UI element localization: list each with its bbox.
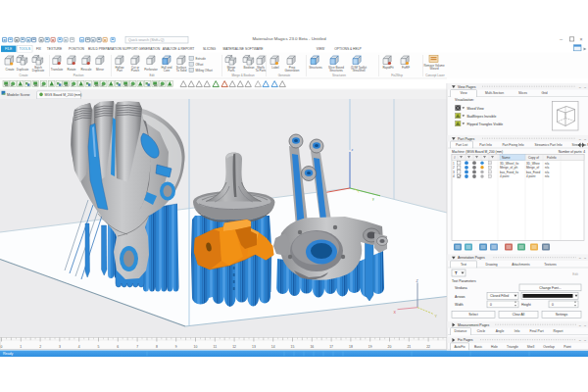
svg-text:Part Fixing Info: Part Fixing Info <box>502 143 523 147</box>
svg-text:4 point: 4 point <box>500 174 509 178</box>
svg-text:Report: Report <box>554 329 564 333</box>
svg-text:Multi-Section: Multi-Section <box>485 91 504 95</box>
svg-text:Position: Position <box>74 74 84 77</box>
svg-text:Core: Core <box>164 69 171 73</box>
svg-text:Structures: Structures <box>329 69 343 73</box>
svg-text:←: ← <box>578 323 581 327</box>
svg-text:n/a: n/a <box>545 162 550 166</box>
svg-text:Concept Laser: Concept Laser <box>425 74 445 77</box>
svg-text:Closed Filled: Closed Filled <box>490 294 509 298</box>
svg-text:TetraShell: TetraShell <box>352 69 366 73</box>
svg-text:FILE: FILE <box>5 47 13 51</box>
svg-text:3D_Wheel_fix: 3D_Wheel_fix <box>500 162 519 166</box>
svg-text:#: # <box>454 156 456 160</box>
svg-text:Info: Info <box>514 329 520 333</box>
svg-text:View Pages: View Pages <box>458 85 476 89</box>
svg-text:→: → <box>583 85 586 89</box>
svg-text:2: 2 <box>39 345 41 349</box>
svg-text:3D_Whee: 3D_Whee <box>526 162 540 166</box>
svg-text:0: 0 <box>1 345 3 349</box>
svg-text:1: 1 <box>20 345 22 349</box>
svg-text:Rescale: Rescale <box>81 68 92 72</box>
svg-text:→: → <box>583 338 586 342</box>
svg-text:Generate: Generate <box>278 74 291 77</box>
svg-text:Duplicate: Duplicate <box>32 69 45 73</box>
svg-text:1: 1 <box>453 162 455 166</box>
svg-text:Edit: Edit <box>572 272 578 276</box>
svg-text:Flipped Triangles Visible: Flipped Triangles Visible <box>467 122 504 126</box>
svg-text:Duplicate: Duplicate <box>17 68 29 72</box>
svg-text:Attachments: Attachments <box>512 263 530 267</box>
svg-text:n/a: n/a <box>545 166 550 170</box>
svg-text:SLICING: SLICING <box>203 47 217 51</box>
svg-text:Overlap: Overlap <box>543 345 555 349</box>
svg-text:Select: Select <box>468 313 477 317</box>
svg-text:z: z <box>352 148 354 152</box>
svg-text:0: 0 <box>552 303 554 307</box>
svg-text:Visualization:: Visualization: <box>455 98 474 102</box>
svg-text:Milling Offset: Milling Offset <box>196 69 213 73</box>
svg-text:2: 2 <box>453 166 455 170</box>
svg-text:Create: Create <box>5 68 14 72</box>
svg-text:Rotate: Rotate <box>68 68 76 72</box>
svg-text:12: 12 <box>232 345 236 349</box>
svg-text:Fix Pages: Fix Pages <box>458 338 473 342</box>
svg-text:Merge & Boolean: Merge & Boolean <box>231 74 255 77</box>
svg-text:Fix2Ship: Fix2Ship <box>391 74 403 77</box>
svg-text:MATERIALISE SOFTWARE: MATERIALISE SOFTWARE <box>222 47 264 51</box>
svg-text:FIX: FIX <box>36 47 42 51</box>
svg-text:Merge_of_ph: Merge_of_ph <box>500 166 518 170</box>
svg-text:3: 3 <box>453 171 455 174</box>
svg-text:Perforator: Perforator <box>144 68 157 72</box>
svg-text:Settings: Settings <box>556 313 568 317</box>
svg-text:Circle: Circle <box>477 329 486 333</box>
svg-text:Height: Height <box>521 303 531 307</box>
svg-text:Generation: Generation <box>285 69 300 73</box>
svg-text:←: ← <box>578 137 581 141</box>
svg-text:7: 7 <box>136 345 138 349</box>
svg-text:Name: Name <box>502 156 511 160</box>
svg-text:→: → <box>583 137 586 141</box>
svg-text:←: ← <box>578 85 581 89</box>
svg-text:bas_Fixed: bas_Fixed <box>526 171 541 174</box>
svg-text:Triangle: Triangle <box>507 345 518 349</box>
svg-text:Part Info: Part Info <box>479 143 492 147</box>
svg-text:Verdana: Verdana <box>455 286 467 290</box>
svg-text:Drawing: Drawing <box>485 263 497 267</box>
svg-text:POSITION: POSITION <box>69 47 84 51</box>
svg-text:→: → <box>583 323 586 327</box>
svg-text:ANALYZE & REPORT: ANALYZE & REPORT <box>163 47 195 51</box>
svg-text:To Solid: To Solid <box>176 69 187 73</box>
svg-text:8: 8 <box>156 345 158 349</box>
svg-text:Structuren: Structuren <box>332 74 346 77</box>
svg-text:Boolean: Boolean <box>243 66 254 70</box>
svg-text:Mixed View: Mixed View <box>467 107 485 111</box>
svg-text:6: 6 <box>117 345 119 349</box>
svg-text:Measurement Pages: Measurement Pages <box>458 323 490 327</box>
svg-text:Copy of: Copy of <box>528 156 539 160</box>
svg-text:Materialise Magics 23.0 Beta -: Materialise Magics 23.0 Beta - Untitled <box>252 36 326 41</box>
svg-text:Parts: Parts <box>227 69 235 73</box>
svg-text:9: 9 <box>175 345 177 349</box>
svg-text:Translate: Translate <box>51 68 64 72</box>
svg-text:Offset: Offset <box>196 63 204 67</box>
svg-text:Basic: Basic <box>474 345 482 349</box>
svg-text:VIEW: VIEW <box>317 47 325 51</box>
svg-text:18: 18 <box>349 345 353 349</box>
svg-text:×: × <box>580 36 583 42</box>
svg-text:Structures: Structures <box>309 66 322 70</box>
svg-text:22: 22 <box>426 345 430 349</box>
svg-text:Angle: Angle <box>496 329 505 333</box>
svg-text:Quick search (Shift+Q): Quick search (Shift+Q) <box>128 38 164 42</box>
svg-text:4: 4 <box>453 174 455 178</box>
svg-text:Text Parameters: Text Parameters <box>452 279 476 283</box>
svg-text:View: View <box>460 91 467 95</box>
svg-text:Number of parts: 4: Number of parts: 4 <box>559 150 585 154</box>
svg-text:16: 16 <box>310 345 314 349</box>
svg-text:Distance: Distance <box>455 329 467 333</box>
svg-text:4: 4 <box>78 345 80 349</box>
svg-text:Edit: Edit <box>149 74 154 77</box>
svg-text:→: → <box>583 256 586 260</box>
svg-text:Machine: (MGS Board M_200 (mm): Machine: (MGS Board M_200 (mm) <box>452 150 503 154</box>
svg-text:3: 3 <box>59 345 61 349</box>
